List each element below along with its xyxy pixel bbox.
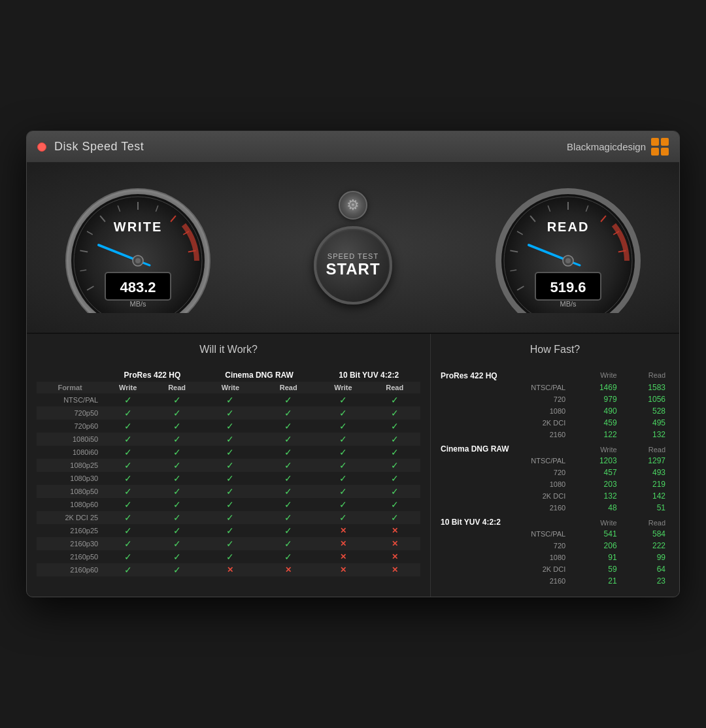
compat-head-cinema: Cinema DNG RAW xyxy=(201,369,318,382)
compat-format-label: 1080i60 xyxy=(37,446,103,459)
compat-cell: ✕ xyxy=(201,563,260,576)
data-section: Will it Work? ProRes 422 HQ Cinema DNG R… xyxy=(27,334,679,597)
compat-format-label: 1080p25 xyxy=(37,459,103,472)
svg-text:WRITE: WRITE xyxy=(114,220,162,234)
check-icon: ✓ xyxy=(124,408,132,418)
compat-cell: ✓ xyxy=(152,498,201,511)
check-icon: ✓ xyxy=(173,473,181,484)
check-icon: ✓ xyxy=(173,395,181,405)
speed-write-col-header: Write xyxy=(572,440,620,455)
svg-text:MB/s: MB/s xyxy=(129,300,146,308)
compat-cell: ✓ xyxy=(103,563,152,576)
check-icon: ✓ xyxy=(339,486,347,497)
compat-cell: ✓ xyxy=(103,485,152,498)
prores-read-header: Read xyxy=(152,382,201,393)
close-button[interactable]: × xyxy=(37,142,46,152)
compat-cell: ✓ xyxy=(152,524,201,537)
compat-cell: ✓ xyxy=(152,446,201,459)
speed-row: 2K DCI132142 xyxy=(441,490,669,502)
compat-format-label: 2160p25 xyxy=(37,524,103,537)
speed-read-value: 493 xyxy=(621,467,669,478)
compat-format-label: 2160p30 xyxy=(37,537,103,550)
compat-format-label: 2160p60 xyxy=(37,563,103,576)
compat-cell: ✓ xyxy=(152,511,201,524)
check-icon: ✓ xyxy=(124,460,132,471)
speed-write-value: 979 xyxy=(572,393,620,405)
compat-cell: ✓ xyxy=(201,406,260,420)
compat-cell: ✓ xyxy=(201,550,260,563)
right-section-header: How Fast? xyxy=(441,344,669,361)
speed-read-value: 528 xyxy=(621,405,669,417)
left-section-header: Will it Work? xyxy=(37,344,420,361)
title-bar-left: × Disk Speed Test xyxy=(37,140,144,154)
check-icon: ✓ xyxy=(284,538,292,549)
check-icon: ✓ xyxy=(284,395,292,405)
compat-row: 2160p60✓✓✕✕✕✕ xyxy=(37,563,420,576)
compat-row: 2160p50✓✓✓✓✕✕ xyxy=(37,550,420,563)
check-icon: ✓ xyxy=(124,565,132,575)
app-title: Disk Speed Test xyxy=(54,140,144,154)
compat-cell: ✓ xyxy=(260,420,317,433)
cross-icon: ✕ xyxy=(392,565,398,574)
compat-cell: ✓ xyxy=(317,433,369,446)
check-icon: ✓ xyxy=(124,395,132,405)
check-icon: ✓ xyxy=(391,486,399,497)
cross-icon: ✕ xyxy=(392,552,398,561)
speed-read-value: 219 xyxy=(621,478,669,490)
speed-section-name: 10 Bit YUV 4:2:2 xyxy=(441,514,572,528)
check-icon: ✓ xyxy=(226,460,234,471)
compat-cell: ✓ xyxy=(103,537,152,550)
compat-cell: ✓ xyxy=(369,393,420,406)
speed-row: 7209791056 xyxy=(441,393,669,405)
speed-write-value: 203 xyxy=(572,478,620,490)
speed-write-value: 490 xyxy=(572,405,620,417)
compat-format-label: NTSC/PAL xyxy=(37,393,103,406)
check-icon: ✓ xyxy=(124,473,132,484)
check-icon: ✓ xyxy=(339,434,347,444)
check-icon: ✓ xyxy=(124,434,132,444)
compat-cell: ✕ xyxy=(369,550,420,563)
speed-row: 21602123 xyxy=(441,575,669,587)
check-icon: ✓ xyxy=(226,512,234,523)
gauges-section: WRITE 483 xyxy=(27,163,679,334)
check-icon: ✓ xyxy=(173,538,181,549)
check-icon: ✓ xyxy=(284,421,292,431)
start-button[interactable]: SPEED TEST START xyxy=(314,226,392,305)
check-icon: ✓ xyxy=(391,499,399,510)
compat-cell: ✓ xyxy=(152,550,201,563)
compat-row: 2K DCI 25✓✓✓✓✓✓ xyxy=(37,511,420,524)
settings-button[interactable]: ⚙ xyxy=(339,191,367,220)
svg-text:READ: READ xyxy=(547,220,590,234)
compat-cell: ✕ xyxy=(369,537,420,550)
cross-icon: ✕ xyxy=(285,565,292,574)
speed-format-label: NTSC/PAL xyxy=(441,528,572,540)
check-icon: ✓ xyxy=(173,460,181,471)
compat-cell: ✓ xyxy=(201,472,260,485)
speed-row: 1080490528 xyxy=(441,405,669,417)
speed-write-value: 457 xyxy=(572,467,620,478)
compat-cell: ✓ xyxy=(152,537,201,550)
speed-row: 1080203219 xyxy=(441,478,669,490)
speed-write-value: 1203 xyxy=(572,455,620,467)
section-right: How Fast? ProRes 422 HQWriteReadNTSC/PAL… xyxy=(431,334,679,597)
compat-cell: ✓ xyxy=(260,511,317,524)
app-window: × Disk Speed Test Blackmagicdesign xyxy=(26,131,680,597)
read-gauge: READ 519.6 MB/s xyxy=(483,182,653,313)
speed-format-label: 2160 xyxy=(441,429,572,440)
compat-cell: ✓ xyxy=(317,498,369,511)
compat-format-label: 2160p50 xyxy=(37,550,103,563)
start-label-small: SPEED TEST xyxy=(328,252,378,260)
compat-cell: ✓ xyxy=(201,485,260,498)
check-icon: ✓ xyxy=(391,512,399,523)
compat-cell: ✓ xyxy=(369,485,420,498)
check-icon: ✓ xyxy=(339,447,347,457)
check-icon: ✓ xyxy=(284,434,292,444)
speed-write-value: 122 xyxy=(572,429,620,440)
speed-row: 2160122132 xyxy=(441,429,669,440)
compat-row: 2160p30✓✓✓✓✕✕ xyxy=(37,537,420,550)
compat-row: 1080p50✓✓✓✓✓✓ xyxy=(37,485,420,498)
compat-cell: ✓ xyxy=(152,433,201,446)
compat-format-label: 2K DCI 25 xyxy=(37,511,103,524)
check-icon: ✓ xyxy=(284,512,292,523)
compat-cell: ✓ xyxy=(103,550,152,563)
